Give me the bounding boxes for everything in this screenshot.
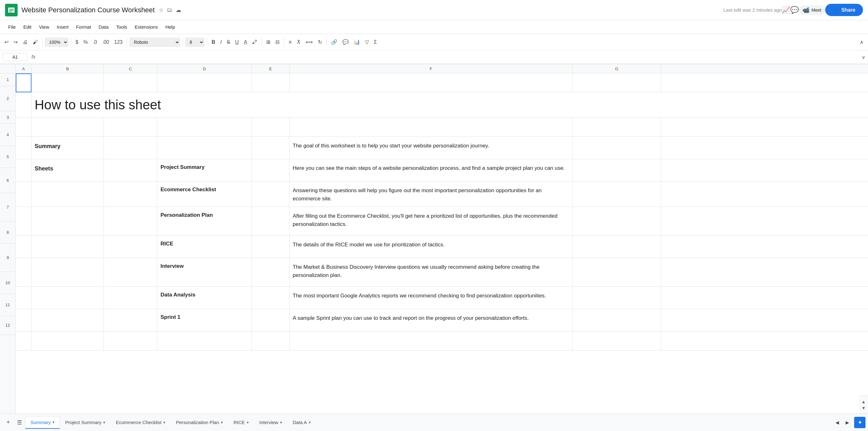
menu-data[interactable]: Data bbox=[95, 23, 112, 31]
redo-btn[interactable]: ↪ bbox=[12, 38, 20, 46]
cell-a10[interactable] bbox=[16, 287, 31, 309]
star-icon[interactable]: ☆ bbox=[159, 7, 164, 13]
cell-c8[interactable] bbox=[104, 236, 157, 258]
cell-b1[interactable] bbox=[31, 74, 104, 92]
cell-a4[interactable] bbox=[16, 137, 31, 159]
italic-btn[interactable]: I bbox=[218, 38, 223, 46]
cell-f7[interactable]: After filling out the Ecommerce Checklis… bbox=[289, 207, 573, 235]
link-btn[interactable]: 🔗 bbox=[329, 38, 339, 46]
cell-f5[interactable]: Here you can see the main steps of a web… bbox=[289, 159, 573, 181]
cell-g7[interactable] bbox=[573, 207, 661, 235]
cell-e12[interactable] bbox=[252, 332, 289, 350]
cell-b2[interactable]: How to use this sheet bbox=[31, 92, 513, 117]
cell-c10[interactable] bbox=[104, 287, 157, 309]
row-num-7[interactable]: 7 bbox=[0, 193, 16, 222]
col-header-g[interactable]: G bbox=[573, 64, 661, 73]
row-num-2[interactable]: 2 bbox=[0, 86, 16, 111]
cell-b12[interactable] bbox=[31, 332, 104, 350]
borders-btn[interactable]: ⊞ bbox=[265, 38, 272, 46]
cell-f12[interactable] bbox=[289, 332, 573, 350]
filter-btn[interactable]: ▽ bbox=[363, 38, 371, 46]
cell-d10[interactable]: Data Analysis bbox=[157, 287, 252, 309]
cell-a6[interactable] bbox=[16, 181, 31, 207]
row-num-6[interactable]: 6 bbox=[0, 168, 16, 193]
tab-personalization-plan[interactable]: Personalization Plan ▾ bbox=[170, 416, 228, 429]
cell-reference[interactable] bbox=[2, 53, 28, 61]
row-num-10[interactable]: 10 bbox=[0, 272, 16, 294]
row-num-12[interactable]: 12 bbox=[0, 316, 16, 335]
row-num-3[interactable]: 3 bbox=[0, 111, 16, 124]
chart-btn[interactable]: 📊 bbox=[352, 38, 362, 46]
cell-a12[interactable] bbox=[16, 332, 31, 350]
valign-btn[interactable]: ⊼ bbox=[295, 38, 303, 46]
underline-btn[interactable]: U bbox=[233, 38, 241, 46]
tab-summary[interactable]: Summary ▾ bbox=[25, 416, 60, 429]
cell-d11[interactable]: Sprint 1 bbox=[157, 309, 252, 331]
collapse-formula-btn[interactable]: ∨ bbox=[862, 54, 866, 60]
col-header-e[interactable]: E bbox=[252, 64, 289, 73]
col-header-f[interactable]: F bbox=[289, 64, 573, 73]
cell-f3[interactable] bbox=[289, 118, 573, 137]
cell-e1[interactable] bbox=[252, 74, 289, 92]
cell-b10[interactable] bbox=[31, 287, 104, 309]
comment-tb-btn[interactable]: 💬 bbox=[341, 38, 350, 46]
scroll-up-btn[interactable]: ▲ bbox=[861, 399, 866, 404]
cell-a9[interactable] bbox=[16, 258, 31, 286]
cell-d9[interactable]: Interview bbox=[157, 258, 252, 286]
tab-data-a[interactable]: Data A ▾ bbox=[287, 416, 316, 429]
cell-d1[interactable] bbox=[157, 74, 252, 92]
menu-tools[interactable]: Tools bbox=[113, 23, 130, 31]
print-btn[interactable]: 🖨 bbox=[21, 38, 30, 46]
cell-e10[interactable] bbox=[252, 287, 289, 309]
font-selector[interactable]: Roboto bbox=[130, 38, 180, 47]
tab-project-summary[interactable]: Project Summary ▾ bbox=[60, 416, 111, 429]
trend-icon[interactable]: 📈 bbox=[782, 6, 790, 14]
tab-scroll-left-btn[interactable]: ◀ bbox=[833, 418, 842, 427]
cell-c12[interactable] bbox=[104, 332, 157, 350]
font-size-selector[interactable]: 8 bbox=[185, 38, 204, 47]
font-color-btn[interactable]: A bbox=[242, 38, 249, 46]
cell-e11[interactable] bbox=[252, 309, 289, 331]
cell-f1[interactable] bbox=[289, 74, 573, 92]
cell-c3[interactable] bbox=[104, 118, 157, 137]
cell-d7[interactable]: Personalization Plan bbox=[157, 207, 252, 235]
decimal2-btn[interactable]: .00 bbox=[100, 38, 111, 46]
cell-c11[interactable] bbox=[104, 309, 157, 331]
rotate-btn[interactable]: ↻ bbox=[316, 38, 324, 46]
cell-b3[interactable] bbox=[31, 118, 104, 137]
cell-e7[interactable] bbox=[252, 207, 289, 235]
comment-icon[interactable]: 💬 bbox=[790, 6, 799, 14]
tab-interview[interactable]: Interview ▾ bbox=[254, 416, 287, 429]
folder-icon[interactable]: 🗂 bbox=[167, 7, 173, 13]
menu-extensions[interactable]: Extensions bbox=[131, 23, 161, 31]
cell-a5[interactable] bbox=[16, 159, 31, 181]
cell-b4[interactable]: Summary bbox=[31, 137, 104, 159]
col-header-a[interactable]: A bbox=[16, 64, 31, 73]
cell-e8[interactable] bbox=[252, 236, 289, 258]
zoom-selector[interactable]: 100% bbox=[45, 38, 68, 47]
col-header-c[interactable]: C bbox=[104, 64, 157, 73]
cell-c5[interactable] bbox=[104, 159, 157, 181]
cell-e5[interactable] bbox=[252, 159, 289, 181]
cell-g1[interactable] bbox=[573, 74, 661, 92]
cell-g6[interactable] bbox=[573, 181, 661, 207]
add-sheet-btn[interactable]: + bbox=[2, 417, 14, 428]
cell-c4[interactable] bbox=[104, 137, 157, 159]
cell-b5[interactable]: Sheets bbox=[31, 159, 104, 181]
undo-btn[interactable]: ↩ bbox=[2, 38, 10, 46]
paint-format-btn[interactable]: 🖌 bbox=[31, 38, 40, 46]
menu-insert[interactable]: Insert bbox=[54, 23, 72, 31]
currency-btn[interactable]: $ bbox=[74, 38, 80, 46]
percent-btn[interactable]: % bbox=[82, 38, 90, 46]
cell-g4[interactable] bbox=[573, 137, 661, 159]
textwrap-btn[interactable]: ⟺ bbox=[304, 38, 315, 46]
row-num-5[interactable]: 5 bbox=[0, 146, 16, 168]
cell-c6[interactable] bbox=[104, 181, 157, 207]
row-num-11[interactable]: 11 bbox=[0, 294, 16, 316]
tab-ecommerce-checklist[interactable]: Ecommerce Checklist ▾ bbox=[111, 416, 170, 429]
cell-f4[interactable]: The goal of this worksheet is to help yo… bbox=[289, 137, 573, 159]
cell-f11[interactable]: A sample Sprint plan you can use to trac… bbox=[289, 309, 573, 331]
row-num-9[interactable]: 9 bbox=[0, 243, 16, 272]
cell-b7[interactable] bbox=[31, 207, 104, 235]
meet-btn[interactable]: 📹 Meet bbox=[799, 5, 825, 15]
